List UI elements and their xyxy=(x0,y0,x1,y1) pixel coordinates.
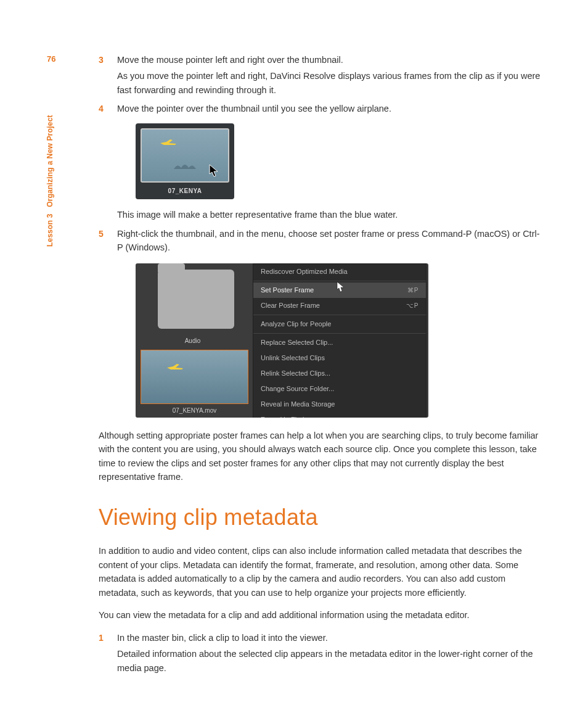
intro-paragraph-1: In addition to audio and video content, … xyxy=(99,544,545,600)
menu-item-label: Relink Selected Clips... xyxy=(261,368,330,379)
folder-caption: Audio xyxy=(136,336,250,346)
menu-item-label: Rediscover Optimized Media xyxy=(261,266,348,277)
clip-07-caption: 07_KENYA.mov xyxy=(141,406,248,416)
step-1-line-1: In the master bin, click a clip to load … xyxy=(117,631,545,645)
menu-item-unlink-clips[interactable]: Unlink Selected Clips xyxy=(253,350,426,366)
water-splash-icon xyxy=(173,159,197,170)
step-3-line-2: As you move the pointer left and right, … xyxy=(117,69,545,97)
menu-item-change-source-folder[interactable]: Change Source Folder... xyxy=(253,381,426,397)
thumbnail-preview[interactable] xyxy=(141,128,229,183)
cursor-icon xyxy=(336,281,345,292)
menu-item-reveal-media-storage[interactable]: Reveal in Media Storage xyxy=(253,397,426,412)
closing-paragraph: Although setting appropriate poster fram… xyxy=(99,429,545,484)
step-5-line: Right-click the thumbnail, and in the me… xyxy=(117,227,545,255)
step-5: Right-click the thumbnail, and in the me… xyxy=(99,227,545,418)
cursor-icon xyxy=(208,164,219,178)
keyboard-shortcut: ⌘P xyxy=(407,286,419,295)
clip-07-thumbnail xyxy=(141,350,248,404)
step-4-line: Move the pointer over the thumbnail unti… xyxy=(117,102,545,115)
folder-icon xyxy=(158,270,234,329)
menu-item-label: Reveal in Finder xyxy=(261,415,310,418)
step-3-line-1: Move the mouse pointer left and right ov… xyxy=(117,53,545,67)
menu-item-rediscover-optimized[interactable]: Rediscover Optimized Media xyxy=(253,264,426,279)
section-heading: Viewing clip metadata xyxy=(99,500,545,535)
step-list-continued: Move the mouse pointer left and right ov… xyxy=(99,53,545,418)
step-4-followup: This image will make a better representa… xyxy=(117,208,545,221)
menu-item-label: Replace Selected Clip... xyxy=(261,337,333,348)
clip-thumbnail[interactable]: 07_KENYA xyxy=(136,123,234,200)
menu-item-replace-clip[interactable]: Replace Selected Clip... xyxy=(253,335,426,350)
step-4: Move the pointer over the thumbnail unti… xyxy=(99,102,545,221)
step-3: Move the mouse pointer left and right ov… xyxy=(99,53,545,97)
menu-item-analyze-people[interactable]: Analyze Clip for People xyxy=(253,316,426,332)
step-1: In the master bin, click a clip to load … xyxy=(99,631,545,675)
step-1-line-2: Detailed information about the selected … xyxy=(117,647,545,675)
menu-item-clear-poster-frame[interactable]: Clear Poster Frame⌥P xyxy=(253,298,426,313)
menu-item-label: Clear Poster Frame xyxy=(261,300,320,311)
page-number: 76 xyxy=(47,53,55,65)
chapter-side-label: Lesson 3 Organizing a New Project xyxy=(44,115,56,247)
lesson-number-label: Lesson 3 xyxy=(46,213,54,247)
menu-item-label: Change Source Folder... xyxy=(261,384,334,394)
thumbnail-caption: 07_KENYA xyxy=(141,183,229,196)
menu-item-reveal-finder[interactable]: Reveal in Finder xyxy=(253,412,426,418)
menu-item-label: Unlink Selected Clips xyxy=(261,353,325,363)
lesson-title-label: Organizing a New Project xyxy=(46,115,54,207)
context-menu-screenshot: Audio 07_KENYA.mov ♫ 01_A380_TAXI.mov Re… xyxy=(136,263,428,418)
menu-item-label: Reveal in Media Storage xyxy=(261,399,335,410)
airplane-icon xyxy=(166,363,184,371)
intro-paragraph-2: You can view the metadata for a clip and… xyxy=(99,608,545,622)
menu-item-label: Set Poster Frame xyxy=(261,285,314,295)
menu-item-label: Analyze Clip for People xyxy=(261,319,331,329)
step-list-metadata: In the master bin, click a clip to load … xyxy=(99,631,545,675)
airplane-icon xyxy=(159,138,178,147)
keyboard-shortcut: ⌥P xyxy=(406,301,419,311)
menu-item-relink-clips[interactable]: Relink Selected Clips... xyxy=(253,366,426,381)
